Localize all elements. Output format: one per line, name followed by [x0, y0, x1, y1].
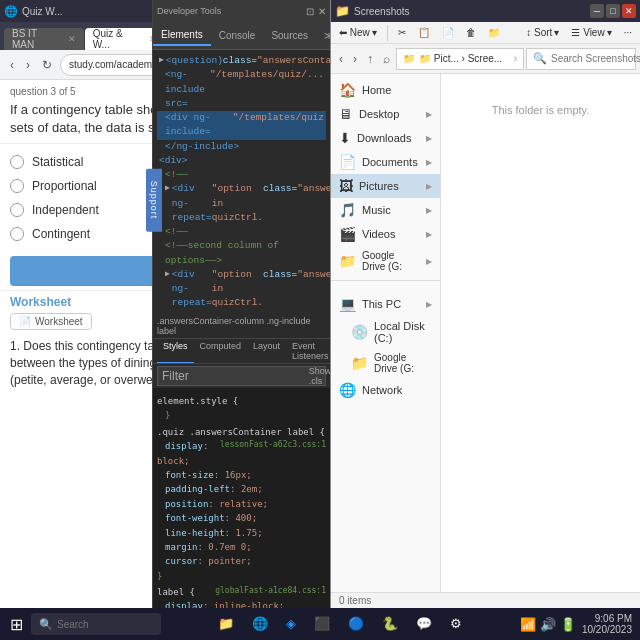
radio-independent[interactable] — [10, 203, 24, 217]
chevron-right-icon: ▶ — [426, 110, 432, 119]
explorer-up-button[interactable]: ↑ — [363, 50, 377, 68]
devtools-tab-more[interactable]: ≫ — [316, 26, 330, 45]
taskbar-app-terminal[interactable]: ⬛ — [306, 612, 338, 637]
styles-tab-events[interactable]: Event Listeners — [286, 339, 335, 363]
devtools-code-panel: ▶ <question) class = "answersContai..." … — [153, 50, 330, 314]
sidebar-item-videos[interactable]: 🎬 Videos ▶ — [331, 222, 440, 246]
rename-button[interactable]: 📁 — [484, 25, 504, 40]
localdisk-icon: 💿 — [351, 324, 368, 340]
code-line-selected: <div ng-include= "/templates/quiz — [157, 111, 326, 140]
sidebar-label: Google Drive (G: — [362, 250, 420, 272]
explorer-search-box[interactable]: 🔍 — [526, 48, 636, 70]
explorer-forward-button[interactable]: › — [349, 50, 361, 68]
styles-tabs: Styles Computed Layout Event Listeners D… — [153, 339, 330, 364]
start-button[interactable]: ⊞ — [4, 611, 29, 638]
styles-tab-layout[interactable]: Layout — [247, 339, 286, 363]
sidebar-item-pictures[interactable]: 🖼 Pictures ▶ — [331, 174, 440, 198]
explorer-back-button[interactable]: ‹ — [335, 50, 347, 68]
chevron-right-icon: ▶ — [426, 158, 432, 167]
view-button[interactable]: ☰ View ▾ — [567, 25, 615, 40]
paste-button[interactable]: 📄 — [438, 25, 458, 40]
taskbar-search-input[interactable] — [57, 619, 137, 630]
tray-volume-icon[interactable]: 🔊 — [540, 617, 556, 632]
radio-proportional[interactable] — [10, 179, 24, 193]
taskbar-app-chrome[interactable]: 🔵 — [340, 612, 372, 637]
tray-network-icon[interactable]: 📶 — [520, 617, 536, 632]
sort-button[interactable]: ↕ Sort ▾ — [522, 25, 563, 40]
sidebar-item-network[interactable]: 🌐 Network — [331, 378, 440, 402]
sidebar-label: This PC — [362, 298, 420, 310]
sidebar-item-localdisk[interactable]: 💿 Local Disk (C:) — [331, 316, 440, 348]
devtools-tab-elements[interactable]: Elements — [153, 25, 211, 46]
radio-statistical[interactable] — [10, 155, 24, 169]
browser-tab-bs[interactable]: BS IT MAN ✕ — [4, 28, 84, 50]
devtools-tab-sources[interactable]: Sources — [263, 26, 316, 45]
more-button[interactable]: ··· — [620, 25, 636, 40]
worksheet-button[interactable]: 📄 Worksheet — [10, 313, 92, 330]
taskbar-app-python[interactable]: 🐍 — [374, 612, 406, 637]
code-line: ▶ <div ng-repeat= "option in quizCtrl. c… — [157, 268, 326, 311]
videos-icon: 🎬 — [339, 226, 356, 242]
code-line: </ng-include> — [157, 140, 326, 154]
devtools-close-button[interactable]: ✕ — [318, 6, 326, 17]
explorer-search-input[interactable] — [551, 53, 640, 64]
downloads-icon: ⬇ — [339, 130, 351, 146]
sidebar-separator — [331, 280, 440, 288]
sidebar-item-music[interactable]: 🎵 Music ▶ — [331, 198, 440, 222]
explorer-nav: ‹ › ↑ ⌕ 📁 📁 Pict... › Scree... › 🔍 — [331, 44, 640, 74]
sidebar-item-googledrive[interactable]: 📁 Google Drive (G: ▶ — [331, 246, 440, 276]
explorer-recent-button[interactable]: ⌕ — [379, 50, 394, 68]
delete-button[interactable]: 🗑 — [462, 25, 480, 40]
explorer-address-bar[interactable]: 📁 📁 Pict... › Scree... › — [396, 48, 524, 70]
taskbar-time[interactable]: 9:06 PM 10/20/2023 — [582, 613, 632, 635]
sidebar-item-downloads[interactable]: ⬇ Downloads ▶ — [331, 126, 440, 150]
sidebar-label: Desktop — [359, 108, 420, 120]
explorer-menubar: ⬅ New ▾ ✂ 📋 📄 🗑 📁 ↕ Sort ▾ ☰ View ▾ ··· — [331, 22, 640, 44]
copy-button[interactable]: 📋 — [414, 25, 434, 40]
sidebar-item-googledrive2[interactable]: 📁 Google Drive (G: — [331, 348, 440, 378]
styles-filter-input[interactable] — [193, 371, 305, 381]
sidebar-label: Downloads — [357, 132, 420, 144]
code-line: ▶ <question) class = "answersContai..." — [157, 54, 326, 68]
support-tab[interactable]: Support — [146, 169, 162, 232]
radio-contingent[interactable] — [10, 227, 24, 241]
cut-button[interactable]: ✂ — [394, 25, 410, 40]
sidebar-item-desktop[interactable]: 🖥 Desktop ▶ — [331, 102, 440, 126]
devtools-panel: Developer Tools ⊡ ✕ Elements Console Sou… — [152, 0, 330, 608]
forward-button[interactable]: › — [22, 56, 34, 74]
taskbar-app-files[interactable]: 📁 — [210, 612, 242, 637]
devtools-tab-console[interactable]: Console — [211, 26, 264, 45]
address-arrow: › — [514, 53, 517, 64]
sidebar-label: Pictures — [359, 180, 420, 192]
styles-tab-styles[interactable]: Styles — [157, 339, 194, 363]
back-button[interactable]: ‹ — [6, 56, 18, 74]
tab-close-icon[interactable]: ✕ — [68, 34, 76, 44]
code-line: ▶ <div ng-repeat= "option in quizCtrl. c… — [157, 182, 326, 225]
refresh-button[interactable]: ↻ — [38, 56, 56, 74]
devtools-tabs-bar: Elements Console Sources ≫ ⚙ ⋮ ✕ — [153, 22, 330, 50]
folder-nav-icon: 📁 — [403, 53, 415, 64]
desktop-icon: 🖥 — [339, 106, 353, 122]
sidebar-item-home[interactable]: 🏠 Home — [331, 78, 440, 102]
sidebar-label: Network — [362, 384, 432, 396]
taskbar-app-edge[interactable]: 🌐 — [244, 612, 276, 637]
tray-battery-icon[interactable]: 🔋 — [560, 617, 576, 632]
devtools-dock-button[interactable]: ⊡ — [306, 6, 314, 17]
new-button[interactable]: ⬅ New ▾ — [335, 25, 381, 40]
separator — [387, 25, 388, 41]
sidebar-item-documents[interactable]: 📄 Documents ▶ — [331, 150, 440, 174]
taskbar-app-settings[interactable]: ⚙ — [442, 612, 470, 637]
taskbar-app-vscode[interactable]: ◈ — [278, 612, 304, 637]
styles-panel: element.style { } .quiz .answersContaine… — [153, 388, 330, 608]
explorer-maximize-button[interactable]: □ — [606, 4, 620, 18]
sidebar-item-thispc[interactable]: 💻 This PC ▶ — [331, 292, 440, 316]
taskbar-search-bar[interactable]: 🔍 — [31, 613, 161, 635]
taskbar-center: 📁 🌐 ◈ ⬛ 🔵 🐍 💬 ⚙ — [210, 612, 470, 637]
style-rule-quiz: .quiz .answersContainer label { lessonFa… — [157, 425, 326, 583]
styles-tab-computed[interactable]: Computed — [194, 339, 248, 363]
taskbar-app-discord[interactable]: 💬 — [408, 612, 440, 637]
explorer-close-button[interactable]: ✕ — [622, 4, 636, 18]
explorer-minimize-button[interactable]: ─ — [590, 4, 604, 18]
styles-filter-bar: Filter Show .cls + ⚙ — [157, 366, 326, 386]
explorer-window-controls: ─ □ ✕ — [590, 4, 636, 18]
